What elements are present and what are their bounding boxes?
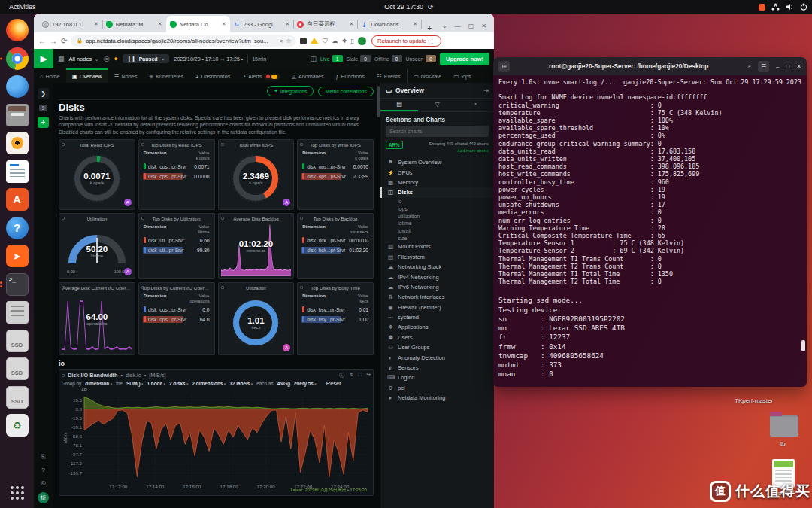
terminal-menu-icon[interactable]: ☰ [758, 61, 769, 72]
date-range-picker[interactable]: 2023/10/29 • 17:10 → 17:25 • [174, 56, 243, 62]
invite-icon[interactable]: ⎘ [41, 453, 45, 461]
card-checkbox-icon[interactable] [141, 143, 144, 146]
layout-icon[interactable]: ◫ [311, 55, 317, 62]
search-charts-input[interactable] [386, 126, 489, 137]
browser-tab[interactable]: Netdata Co✕ [166, 16, 230, 32]
sidebar-item-logind[interactable]: ⌨Logind [380, 373, 494, 382]
chart-card[interactable]: Average Disk Current I/O Operations64.00… [59, 282, 135, 355]
extensions-puzzle-icon[interactable]: ❖ [341, 38, 347, 44]
terminal-maximize-icon[interactable]: □ [786, 63, 789, 70]
node-settings-icon[interactable]: ◎ [104, 55, 110, 62]
tab-close-icon[interactable]: ✕ [286, 21, 290, 27]
network-share-icon[interactable] [771, 3, 780, 11]
dock-item-terminal[interactable]: >_ [5, 272, 29, 297]
expand-spaces-button[interactable]: ❯ [38, 88, 49, 99]
table-row[interactable]: disk_ops...pr-Srvr0.0 [142, 306, 211, 314]
profile-avatar[interactable] [358, 37, 366, 45]
sidebar-subitem-utilization[interactable]: utilization [380, 212, 494, 220]
dock-item-ubuntu-software[interactable]: A [5, 187, 29, 211]
share-icon[interactable]: < [280, 38, 283, 44]
table-row[interactable]: disk_ops...pr-Srvr0.0071 [142, 163, 211, 171]
sidebar-subitem-iowait[interactable]: iowait [380, 227, 494, 235]
relaunch-to-update-button[interactable]: Relaunch to update⋮ [371, 35, 441, 47]
sidebar-item-ipv4-networking[interactable]: ☁IPv4 Networking [380, 272, 494, 281]
bookmark-star-icon[interactable]: ☆ [286, 38, 291, 44]
card-checkbox-icon[interactable] [221, 143, 224, 146]
shield-extension-icon[interactable]: 🛡 [322, 38, 328, 44]
tab-close-icon[interactable]: ✕ [413, 21, 417, 27]
netdata-tab-nodes[interactable]: ☰Nodes [108, 68, 144, 83]
address-bar[interactable]: 🔒 app.netdata.cloud/spaces/gaojie20/room… [71, 35, 296, 47]
dock-item-firefox[interactable] [5, 18, 29, 42]
dock-item-help[interactable]: ? [5, 216, 29, 240]
groupby-token[interactable]: every 5s [294, 381, 317, 386]
reload-button[interactable]: ⟳ [61, 37, 67, 45]
tab-search-icon[interactable]: ⌄ [442, 23, 447, 29]
groupby-token[interactable]: 2 disks [169, 381, 189, 386]
sidebar-item-systemd[interactable]: ⋯systemd [380, 312, 494, 322]
table-row[interactable]: disk_bck...pr-Srvr01:02.20 [301, 246, 370, 254]
netdata-tab-overview[interactable]: ▣Overview [66, 68, 108, 83]
terminal-search-icon[interactable]: ⌕ [748, 62, 751, 70]
browser-tab[interactable]: G233 - Googl✕ [230, 16, 294, 32]
browser-tab[interactable]: ⭳Downloads✕ [357, 16, 421, 32]
table-row[interactable]: disk_uti...pr-Srvr99.80 [142, 246, 211, 254]
sidebar-item-cpus[interactable]: ⚡CPUs [380, 167, 494, 177]
chart-card[interactable]: Utilization50.20%time0.00100.00A [59, 213, 135, 279]
anomaly-rate-icon[interactable]: A [124, 268, 132, 275]
dock-item-app-grid[interactable] [5, 481, 29, 505]
sidebar-item-netdata-monitoring[interactable]: ▸Netdata Monitoring [380, 393, 494, 403]
terminal-scrollbar-thumb[interactable] [801, 340, 805, 351]
netdata-tab-events[interactable]: ☷Events [371, 68, 407, 83]
add-more-charts-link[interactable]: Add more charts [429, 148, 489, 154]
cloud-extension-icon[interactable]: ☁ [332, 38, 338, 44]
sidebar-item-users[interactable]: ⚉Users [380, 333, 494, 342]
netdata-logo[interactable]: ▶ [34, 49, 53, 68]
help-icon[interactable]: ? [41, 467, 44, 473]
card-checkbox-icon[interactable] [62, 286, 65, 289]
dock-item-files[interactable] [5, 103, 29, 127]
settings-icon[interactable]: ◎ [41, 479, 46, 486]
dock-item-rhythmbox[interactable] [5, 131, 29, 155]
node-filter-dropdown[interactable]: All nodes⌄ [69, 56, 99, 62]
play-pause-control[interactable]: ❙❙Paused⌄ [123, 54, 170, 63]
chart-fullscreen-icon[interactable]: ⛶ [358, 372, 362, 379]
sidebar-subitem-io[interactable]: io [380, 198, 494, 205]
sidebar-tab-charts[interactable]: ▤ [380, 99, 418, 111]
netdata-tab-disk-rate[interactable]: ▭disk-rate [407, 68, 448, 83]
top-disks-table-card[interactable]: Top Disks by UtilizationDimensionValue%t… [138, 213, 215, 279]
desktop-folder-tb-label[interactable]: tb [780, 440, 786, 447]
scrollbar-thumb[interactable] [377, 86, 380, 117]
window-minimize-icon[interactable]: — [455, 23, 461, 29]
chart-card[interactable]: Average Disk Backlog01:02.20mins:secs [218, 213, 295, 279]
dock-item-chrome[interactable] [5, 47, 29, 71]
tab-close-icon[interactable]: ✕ [94, 21, 98, 27]
metric-correlations-button[interactable]: Metric correlations [318, 87, 374, 96]
ar-percent-badge[interactable]: AR% [386, 141, 403, 149]
browser-tab[interactable]: ◍192.168.0.1✕ [38, 16, 102, 32]
window-close-icon[interactable]: ✕ [481, 23, 486, 29]
chart-reset-button[interactable]: Reset [326, 380, 341, 387]
netdata-tab-anomalies[interactable]: ◬Anomalies [286, 68, 329, 83]
extension-icon-dark[interactable] [300, 38, 307, 44]
sidebar-item-ipv6-networking[interactable]: ☁IPv6 Networking [380, 282, 494, 292]
chart-info-icon[interactable]: ⓘ [339, 372, 344, 379]
dock-item-disk-ssd-1[interactable]: SSD [5, 329, 29, 353]
anomaly-rate-icon[interactable]: A [124, 199, 132, 206]
add-space-button[interactable]: + [38, 117, 49, 128]
user-avatar[interactable]: 捷 [38, 492, 49, 503]
terminal-titlebar[interactable]: ⊞ root@gaojie20-Super-Server: /home/gaoj… [493, 57, 807, 75]
sidebar-item-mount-points[interactable]: ▥Mount Points [380, 242, 494, 251]
card-checkbox-icon[interactable] [300, 286, 303, 289]
top-disks-table-card[interactable]: Top Disks by Busy TimeDimensionValuesecs… [297, 282, 374, 355]
terminal-tab-icon[interactable]: ⊞ [498, 61, 510, 72]
browser-tab[interactable]: 向日葵远程✕ [293, 16, 357, 32]
tab-close-icon[interactable]: ✕ [222, 21, 226, 27]
activities-button[interactable]: Activities [0, 3, 45, 11]
new-tab-button[interactable]: + [421, 24, 438, 32]
tab-close-icon[interactable]: ✕ [349, 21, 353, 27]
back-button[interactable]: ← [38, 37, 46, 45]
browser-tab[interactable]: Netdata: M✕ [102, 16, 166, 32]
table-row[interactable]: disk_ops...pr-Srvr0.0000 [142, 172, 211, 181]
card-checkbox-icon[interactable] [141, 217, 144, 220]
